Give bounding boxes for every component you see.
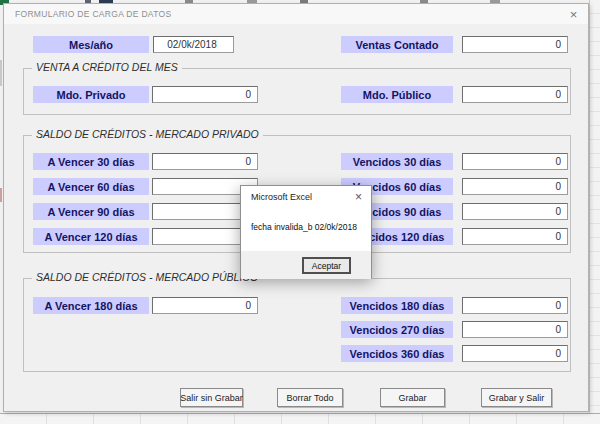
msgbox-message: fecha invalida_b 02/0k/2018	[251, 222, 357, 232]
vencidos-270-input[interactable]	[462, 321, 568, 338]
a-vencer-120-label: A Vencer 120 días	[33, 228, 149, 245]
msgbox-title: Microsoft Excel	[251, 192, 312, 202]
vencidos-360-label: Vencidos 360 días	[341, 345, 453, 362]
vencidos-120-input[interactable]	[462, 228, 568, 245]
grabar-button[interactable]: Grabar	[380, 388, 445, 407]
a-vencer-180-label: A Vencer 180 días	[33, 297, 149, 314]
excel-edge-fragment	[0, 188, 2, 202]
mdo-publico-input[interactable]	[462, 86, 568, 103]
mdo-privado-input[interactable]	[152, 86, 258, 103]
frame-saldo-privado-legend: SALDO DE CRÉDITOS - MERCADO PRIVADO	[32, 128, 263, 140]
titlebar: FORMULARIO DE CARGA DE DATOS ×	[4, 4, 588, 24]
vencidos-30-input[interactable]	[462, 153, 568, 170]
close-icon[interactable]: ×	[566, 7, 581, 21]
mes-ano-label: Mes/año	[33, 36, 149, 53]
grabar-y-salir-button[interactable]: Grabar y Salir	[481, 388, 552, 407]
msgbox-close-icon[interactable]: ×	[351, 190, 366, 204]
mdo-privado-label: Mdo. Privado	[33, 86, 149, 103]
borrar-todo-button[interactable]: Borrar Todo	[277, 388, 343, 407]
vencidos-90-input[interactable]	[462, 203, 568, 220]
vencidos-180-label: Vencidos 180 días	[341, 297, 453, 314]
excel-sheet-bottom-strip	[0, 413, 600, 424]
vencidos-30-label: Vencidos 30 días	[341, 153, 453, 170]
mdo-publico-label: Mdo. Público	[341, 86, 453, 103]
a-vencer-60-label: A Vencer 60 días	[33, 178, 149, 195]
aceptar-button[interactable]: Aceptar	[302, 257, 351, 274]
vencidos-60-input[interactable]	[462, 178, 568, 195]
excel-edge-fragment	[0, 60, 2, 86]
frame-venta-credito-legend: VENTA A CRÉDITO DEL MES	[32, 61, 182, 73]
excel-sheet-right-strip	[589, 0, 600, 424]
vencidos-270-label: Vencidos 270 días	[341, 321, 453, 338]
ventas-contado-label: Ventas Contado	[341, 36, 453, 53]
frame-saldo-publico-legend: SALDO DE CRÉDITOS - MERCADO PÚBLICO	[32, 271, 262, 283]
vencidos-360-input[interactable]	[462, 345, 568, 362]
a-vencer-30-input[interactable]	[152, 153, 258, 170]
a-vencer-30-label: A Vencer 30 días	[33, 153, 149, 170]
mes-ano-input[interactable]	[153, 36, 234, 53]
msgbox-dialog: Microsoft Excel × fecha invalida_b 02/0k…	[240, 185, 372, 278]
a-vencer-180-input[interactable]	[152, 297, 258, 314]
a-vencer-90-label: A Vencer 90 días	[33, 203, 149, 220]
window-title: FORMULARIO DE CARGA DE DATOS	[15, 9, 171, 19]
vencidos-180-input[interactable]	[462, 297, 568, 314]
ventas-contado-input[interactable]	[462, 36, 568, 53]
salir-sin-grabar-button[interactable]: Salir sin Grabar	[180, 388, 243, 407]
